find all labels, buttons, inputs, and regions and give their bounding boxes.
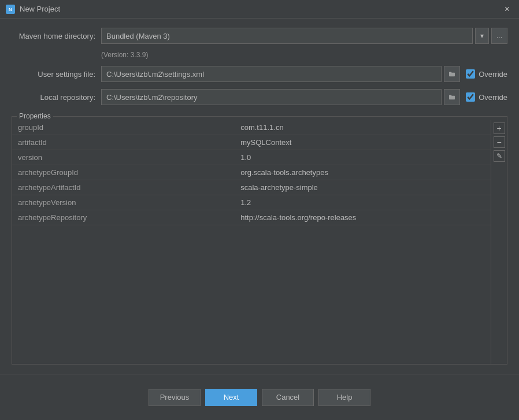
- user-settings-override-label: Override: [479, 70, 507, 79]
- user-settings-input[interactable]: [101, 66, 442, 82]
- next-button[interactable]: Next: [205, 389, 257, 406]
- property-key: artifactId: [12, 135, 235, 150]
- property-key: archetypeGroupId: [12, 165, 235, 180]
- help-button[interactable]: Help: [318, 389, 370, 406]
- user-settings-override-checkbox[interactable]: [466, 69, 475, 79]
- property-value: org.scala-tools.archetypes: [235, 165, 507, 180]
- footer: Previous Next Cancel Help: [0, 374, 519, 420]
- property-value: scala-archetype-simple: [235, 180, 507, 195]
- previous-button[interactable]: Previous: [149, 389, 201, 406]
- user-settings-row: User settings file: Override: [12, 66, 507, 82]
- maven-home-row: Maven home directory: ▾ ...: [12, 28, 507, 44]
- svg-rect-4: [449, 96, 455, 99]
- property-value: 1.0: [235, 150, 507, 165]
- properties-add-button[interactable]: +: [494, 122, 505, 134]
- table-row[interactable]: artifactId mySQLContext: [12, 135, 507, 150]
- table-row[interactable]: archetypeArtifactId scala-archetype-simp…: [12, 180, 507, 195]
- properties-actions: + − ✎: [491, 120, 507, 364]
- user-settings-label: User settings file:: [12, 70, 95, 79]
- svg-rect-3: [449, 72, 451, 73]
- main-content: Maven home directory: ▾ ... (Version: 3.…: [0, 18, 519, 374]
- window-title: New Project: [20, 5, 60, 13]
- user-settings-override-group: Override: [466, 69, 507, 79]
- close-button[interactable]: ×: [501, 3, 513, 15]
- local-repo-label: Local repository:: [12, 93, 95, 102]
- properties-body: groupId com.t11.1.cn artifactId mySQLCon…: [12, 120, 507, 364]
- maven-home-input-group: ▾ ...: [101, 28, 507, 44]
- title-bar-left: N New Project: [6, 5, 60, 14]
- local-repo-row: Local repository: Override: [12, 89, 507, 105]
- local-repo-override-checkbox[interactable]: [466, 92, 475, 102]
- user-settings-browse-button[interactable]: [444, 66, 460, 82]
- local-repo-input[interactable]: [101, 89, 442, 105]
- property-value: com.t11.1.cn: [235, 120, 507, 135]
- title-bar: N New Project ×: [0, 0, 519, 18]
- property-key: groupId: [12, 120, 235, 135]
- maven-home-input[interactable]: [101, 28, 473, 44]
- properties-remove-button[interactable]: −: [494, 136, 505, 148]
- properties-legend: Properties: [17, 112, 53, 120]
- cancel-button[interactable]: Cancel: [262, 389, 314, 406]
- property-key: archetypeVersion: [12, 195, 235, 210]
- maven-version: (Version: 3.3.9): [12, 51, 507, 59]
- property-value: http://scala-tools.org/repo-releases: [235, 210, 507, 225]
- property-value: 1.2: [235, 195, 507, 210]
- table-row[interactable]: archetypeVersion 1.2: [12, 195, 507, 210]
- user-settings-input-group: [101, 66, 460, 82]
- properties-fieldset: Properties groupId com.t11.1.cn artifact…: [12, 112, 507, 365]
- property-key: version: [12, 150, 235, 165]
- table-row[interactable]: archetypeRepository http://scala-tools.o…: [12, 210, 507, 225]
- property-value: mySQLContext: [235, 135, 507, 150]
- local-repo-override-group: Override: [466, 92, 507, 102]
- local-repo-input-group: [101, 89, 460, 105]
- app-icon: N: [6, 5, 15, 14]
- property-key: archetypeArtifactId: [12, 180, 235, 195]
- table-row[interactable]: groupId com.t11.1.cn: [12, 120, 507, 135]
- properties-edit-button[interactable]: ✎: [494, 150, 505, 162]
- table-row[interactable]: version 1.0: [12, 150, 507, 165]
- svg-rect-2: [449, 73, 455, 76]
- properties-table: groupId com.t11.1.cn artifactId mySQLCon…: [12, 120, 507, 225]
- local-repo-browse-button[interactable]: [444, 89, 460, 105]
- maven-browse-button[interactable]: ...: [491, 28, 507, 44]
- maven-dropdown-button[interactable]: ▾: [475, 28, 489, 44]
- svg-text:N: N: [9, 7, 12, 12]
- table-row[interactable]: archetypeGroupId org.scala-tools.archety…: [12, 165, 507, 180]
- maven-home-label: Maven home directory:: [12, 32, 95, 40]
- property-key: archetypeRepository: [12, 210, 235, 225]
- local-repo-override-label: Override: [479, 93, 507, 102]
- svg-rect-5: [449, 95, 451, 96]
